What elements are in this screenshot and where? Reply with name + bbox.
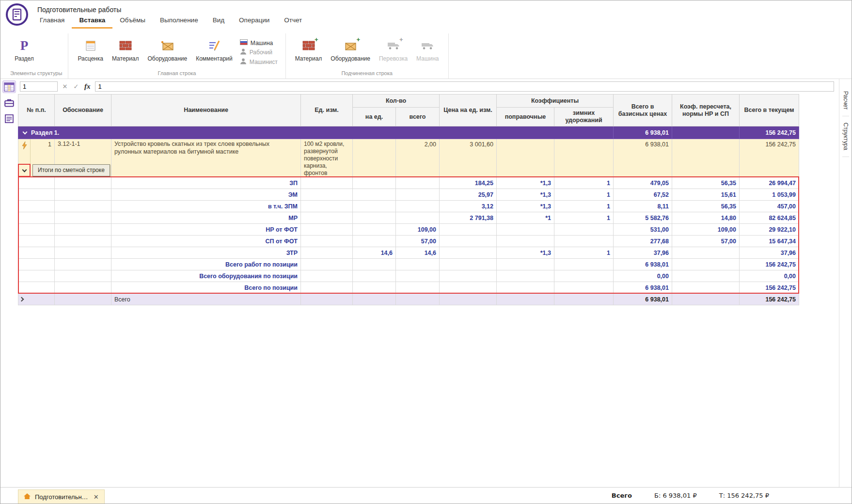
cell-total-base[interactable]: 8,11 (614, 201, 672, 212)
col-header-coeff-winter[interactable]: зимних удорожаний (554, 108, 614, 126)
cell-qty-per[interactable] (353, 201, 396, 212)
cell-qty-per[interactable] (353, 139, 396, 177)
cell-unit[interactable] (301, 212, 353, 224)
menu-tab-otchet[interactable]: Отчет (277, 14, 309, 29)
cell-coeff-corr[interactable]: *1,3 (497, 189, 554, 201)
cell-coeff-corr[interactable] (497, 224, 554, 236)
cell-label[interactable]: СП от ФОТ (111, 236, 301, 247)
cell-name[interactable]: Устройство кровель скатных из трех слоев… (111, 139, 301, 177)
cell-coeff-corr[interactable] (497, 270, 554, 282)
totals-sub-row[interactable]: Всего по позиции 6 938,01 156 242,75 (18, 282, 799, 294)
cell-total-current[interactable]: 457,00 (740, 201, 799, 212)
cell-recalc[interactable]: 15,61 (672, 189, 740, 201)
cell-basis[interactable] (55, 189, 111, 201)
cell-coeff-winter[interactable] (554, 282, 614, 294)
col-header-basis[interactable]: Обоснование (55, 94, 111, 126)
cell-unit[interactable]: 100 м2 кровли, развернутой поверхности к… (301, 139, 353, 177)
cell-total-base[interactable]: 6 938,01 (614, 259, 672, 270)
col-header-recalc[interactable]: Коэф. пересчета, нормы НР и СП (672, 94, 740, 126)
cell-num[interactable] (18, 236, 55, 247)
mashina-item[interactable]: Машина (240, 39, 278, 47)
totals-sub-row[interactable]: МР 2 791,38 *1 1 5 582,76 14,80 82 624,8… (18, 212, 799, 224)
cell-qty-per[interactable] (353, 177, 396, 189)
cell-unit[interactable] (301, 247, 353, 259)
cell-unit-price[interactable] (440, 224, 497, 236)
close-icon[interactable]: ✕ (92, 493, 100, 501)
cell-label[interactable]: Всего по позиции (111, 282, 301, 294)
cell-coeff-corr[interactable] (497, 236, 554, 247)
cell-label[interactable]: в т.ч. ЗПМ (111, 201, 301, 212)
cell-qty-total[interactable] (396, 201, 440, 212)
perevozka-button[interactable]: + Перевозка (376, 35, 411, 64)
cell-coeff-corr[interactable]: *1 (497, 212, 554, 224)
cell-recalc[interactable]: 56,35 (672, 177, 740, 189)
cell-coeff-winter[interactable] (554, 139, 614, 177)
cell-qty-total[interactable] (396, 282, 440, 294)
cell-num[interactable] (18, 201, 55, 212)
cell-qty-total[interactable]: 2,00 (396, 139, 440, 177)
cell-basis[interactable] (55, 270, 111, 282)
cell-qty-total[interactable]: 14,6 (396, 247, 440, 259)
cell-coeff-corr[interactable] (497, 259, 554, 270)
cell-recalc[interactable] (672, 259, 740, 270)
cell-basis[interactable] (55, 177, 111, 189)
cell-total-base[interactable]: 37,96 (614, 247, 672, 259)
cell-total-current[interactable]: 26 994,47 (740, 177, 799, 189)
equipment-main-button[interactable]: Оборудование (144, 35, 191, 64)
rascenka-button[interactable]: Расценка (74, 35, 107, 64)
mashinist-item[interactable]: Машинист (240, 58, 278, 66)
document-tab[interactable]: Подготовительн… ✕ (18, 489, 105, 504)
cell-unit[interactable] (301, 282, 353, 294)
col-header-name[interactable]: Наименование (111, 94, 301, 126)
cell-unit[interactable] (301, 201, 353, 212)
cell-qty-total[interactable] (396, 189, 440, 201)
col-header-total-current[interactable]: Всего в текущем (740, 94, 799, 126)
menu-tab-obyomy[interactable]: Объёмы (112, 14, 153, 29)
cell-total-current[interactable]: 37,96 (740, 247, 799, 259)
cell-qty-total[interactable]: 57,00 (396, 236, 440, 247)
cell-recalc[interactable] (672, 139, 740, 177)
cell-num[interactable] (18, 270, 55, 282)
cell-qty-total[interactable] (396, 212, 440, 224)
cell-num[interactable] (18, 282, 55, 294)
cell-total-current[interactable]: 0,00 (740, 270, 799, 282)
cell-qty-per[interactable] (353, 212, 396, 224)
confirm-icon[interactable]: ✓ (72, 83, 80, 90)
cell-basis[interactable] (55, 247, 111, 259)
cell-unit[interactable] (301, 236, 353, 247)
cell-qty-per[interactable] (353, 224, 396, 236)
cell-unit-price[interactable] (440, 247, 497, 259)
cell-recalc[interactable] (672, 270, 740, 282)
cell-total-current[interactable]: 82 624,85 (740, 212, 799, 224)
cell-unit-price[interactable]: 25,97 (440, 189, 497, 201)
cell-total-current[interactable]: 156 242,75 (740, 282, 799, 294)
cell-coeff-corr[interactable] (497, 282, 554, 294)
cell-coeff-winter[interactable]: 1 (554, 201, 614, 212)
col-header-coeff-corr[interactable]: поправочные (497, 108, 554, 126)
col-header-coeff-group[interactable]: Коэффициенты (497, 94, 614, 108)
section-row[interactable]: Раздел 1. 6 938,01 156 242,75 (18, 126, 799, 139)
briefcase-view-icon[interactable] (2, 96, 16, 109)
cell-unit-price[interactable] (440, 259, 497, 270)
cell-recalc[interactable]: 109,00 (672, 224, 740, 236)
rabochij-item[interactable]: Рабочий (240, 48, 278, 56)
cell-total-base[interactable]: 531,00 (614, 224, 672, 236)
cell-basis[interactable] (55, 224, 111, 236)
cell-unit-price[interactable]: 2 791,38 (440, 212, 497, 224)
cell-total-base[interactable]: 0,00 (614, 270, 672, 282)
material-main-button[interactable]: Материал (109, 35, 142, 64)
cell-qty-total[interactable]: 109,00 (396, 224, 440, 236)
totals-sub-row[interactable]: ЗП 184,25 *1,3 1 479,05 56,35 26 994,47 (18, 177, 799, 189)
cell-basis[interactable] (55, 236, 111, 247)
row-totals-toggle-button[interactable] (18, 164, 31, 177)
totals-sub-row[interactable]: в т.ч. ЗПМ 3,12 *1,3 1 8,11 56,35 457,00 (18, 201, 799, 212)
cell-total-current[interactable]: 156 242,75 (740, 259, 799, 270)
cell-coeff-winter[interactable] (554, 224, 614, 236)
cell-qty-per[interactable] (353, 236, 396, 247)
cell-label[interactable]: ЗТР (111, 247, 301, 259)
col-header-num[interactable]: № п.п. (18, 94, 55, 126)
cell-label[interactable]: НР от ФОТ (111, 224, 301, 236)
cell-total-current[interactable]: 29 922,10 (740, 224, 799, 236)
cell-unit[interactable] (301, 177, 353, 189)
totals-sub-row[interactable]: Всего работ по позиции 6 938,01 156 242,… (18, 259, 799, 270)
